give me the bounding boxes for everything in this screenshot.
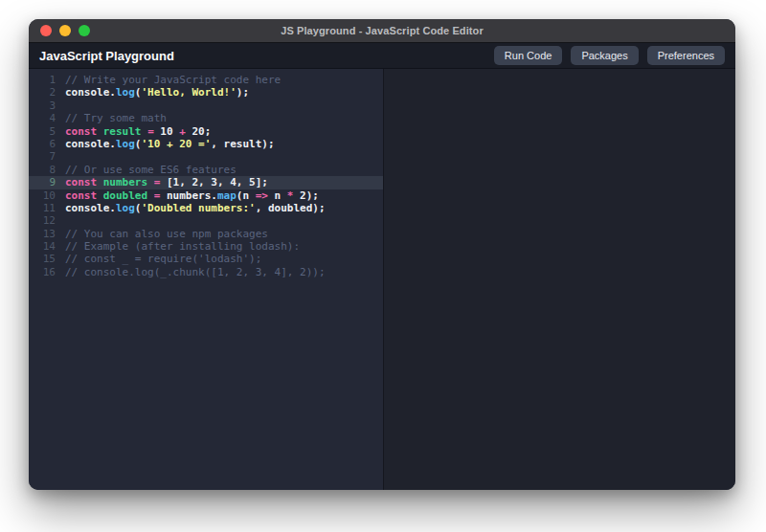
code-text: [56, 100, 65, 112]
output-panel: [384, 69, 735, 490]
code-line[interactable]: 13// You can also use npm packages: [29, 228, 383, 240]
line-number: 2: [29, 86, 56, 99]
header-buttons: Run Code Packages Preferences: [494, 46, 725, 65]
line-number: 12: [29, 214, 56, 227]
code-text: // Example (after installing lodash):: [56, 240, 300, 253]
line-number: 16: [29, 266, 56, 278]
app-header: JavaScript Playground Run Code Packages …: [29, 43, 735, 69]
line-number: 5: [29, 125, 56, 138]
code-editor[interactable]: 1// Write your JavaScript code here2cons…: [29, 69, 383, 490]
code-line[interactable]: 1// Write your JavaScript code here: [29, 74, 383, 86]
code-text: const numbers = [1, 2, 3, 4, 5];: [56, 176, 268, 188]
code-line[interactable]: 6console.log('10 + 20 =', result);: [29, 138, 383, 150]
code-line[interactable]: 7: [29, 150, 383, 163]
line-number: 6: [29, 138, 56, 150]
app-window: JS Playground - JavaScript Code Editor J…: [29, 19, 735, 490]
code-lines: 1// Write your JavaScript code here2cons…: [29, 74, 383, 278]
line-number: 15: [29, 253, 56, 265]
main-content: 1// Write your JavaScript code here2cons…: [29, 69, 735, 490]
code-text: // Or use some ES6 features: [56, 164, 237, 176]
line-number: 11: [29, 202, 56, 214]
line-number: 10: [29, 189, 56, 202]
code-text: console.log('Doubled numbers:', doubled)…: [56, 202, 326, 214]
code-text: const result = 10 + 20;: [56, 125, 211, 138]
packages-button[interactable]: Packages: [571, 46, 638, 65]
line-number: 8: [29, 164, 56, 176]
window-title: JS Playground - JavaScript Code Editor: [29, 25, 735, 36]
code-line[interactable]: 12: [29, 214, 383, 227]
code-text: // console.log(_.chunk([1, 2, 3, 4], 2))…: [56, 266, 326, 278]
code-line[interactable]: 11console.log('Doubled numbers:', double…: [29, 202, 383, 214]
line-number: 14: [29, 240, 56, 253]
line-number: 3: [29, 100, 56, 112]
code-text: [56, 214, 65, 227]
code-text: const doubled = numbers.map(n => n * 2);: [56, 189, 319, 202]
page-title: JavaScript Playground: [39, 49, 174, 63]
run-code-button[interactable]: Run Code: [494, 46, 563, 65]
code-text: console.log('Hello, World!');: [56, 86, 249, 99]
line-number: 9: [29, 176, 56, 188]
code-line[interactable]: 8// Or use some ES6 features: [29, 164, 383, 176]
code-line[interactable]: 15// const _ = require('lodash');: [29, 253, 383, 265]
code-line[interactable]: 9const numbers = [1, 2, 3, 4, 5];: [29, 176, 383, 188]
code-text: console.log('10 + 20 =', result);: [56, 138, 275, 150]
code-line[interactable]: 16// console.log(_.chunk([1, 2, 3, 4], 2…: [29, 266, 383, 278]
code-line[interactable]: 10const doubled = numbers.map(n => n * 2…: [29, 189, 383, 202]
titlebar[interactable]: JS Playground - JavaScript Code Editor: [29, 19, 735, 43]
code-line[interactable]: 2console.log('Hello, World!');: [29, 86, 383, 99]
code-text: // Try some math: [56, 112, 167, 124]
code-text: [56, 150, 65, 163]
code-line[interactable]: 3: [29, 100, 383, 112]
preferences-button[interactable]: Preferences: [647, 46, 725, 65]
code-line[interactable]: 5const result = 10 + 20;: [29, 125, 383, 138]
code-text: // You can also use npm packages: [56, 228, 268, 240]
line-number: 7: [29, 150, 56, 163]
code-text: // Write your JavaScript code here: [56, 74, 281, 86]
code-line[interactable]: 14// Example (after installing lodash):: [29, 240, 383, 253]
line-number: 4: [29, 112, 56, 124]
line-number: 13: [29, 228, 56, 240]
code-text: // const _ = require('lodash');: [56, 253, 261, 265]
code-line[interactable]: 4// Try some math: [29, 112, 383, 124]
line-number: 1: [29, 74, 56, 86]
